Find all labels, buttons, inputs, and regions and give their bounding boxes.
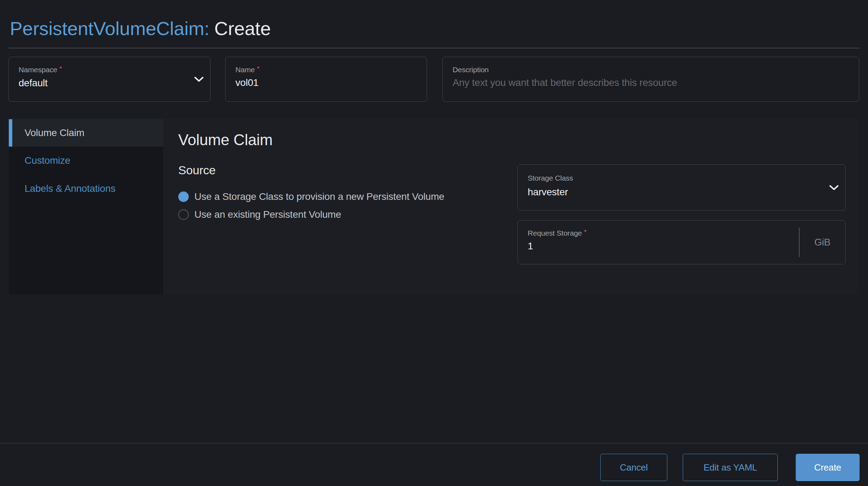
radio-option-storage-class[interactable]: Use a Storage Class to provision a new P… [178,191,445,202]
chevron-down-icon [194,76,204,82]
cancel-button[interactable]: Cancel [600,454,667,481]
chevron-down-icon [829,184,839,191]
required-asterisk: * [257,65,259,72]
radio-label: Use an existing Persistent Volume [194,209,341,220]
name-field: Name* [225,57,427,102]
page-title-action: Create [214,18,271,39]
request-storage-label: Request Storage* [528,229,587,237]
request-storage-input[interactable] [528,239,787,253]
storage-class-select[interactable]: Storage Class harvester [518,164,846,211]
radio-selected-icon [178,191,189,202]
required-asterisk: * [59,65,62,72]
request-storage-field: Request Storage* GiB [518,220,846,264]
page-title-resource: PersistentVolumeClaim: [10,18,209,39]
namespace-label: Namespace* [19,66,62,74]
tab-sidebar: Volume Claim Customize Labels & Annotati… [9,119,163,295]
page-title: PersistentVolumeClaim:Create [10,18,271,39]
create-button[interactable]: Create [796,454,860,481]
radio-unselected-icon [178,209,189,220]
footer-divider [0,443,868,444]
name-input[interactable] [235,76,411,89]
tab-label: Labels & Annotations [25,183,115,194]
create-pvc-page: PersistentVolumeClaim:Create Namespace* … [0,0,868,486]
namespace-select[interactable]: Namespace* default [8,57,211,102]
storage-class-value: harvester [528,187,568,198]
source-heading: Source [178,163,216,177]
required-asterisk: * [584,228,587,236]
description-input[interactable] [453,76,842,89]
radio-option-existing-pv[interactable]: Use an existing Persistent Volume [178,209,341,220]
edit-as-yaml-button[interactable]: Edit as YAML [683,454,778,481]
tab-volume-claim[interactable]: Volume Claim [9,119,163,147]
radio-label: Use a Storage Class to provision a new P… [194,191,445,202]
tab-labels-annotations[interactable]: Labels & Annotations [9,175,163,203]
description-field: Description [442,57,859,102]
description-label: Description [453,66,489,74]
unit-label: GiB [800,221,845,264]
tab-label: Customize [25,155,70,166]
header-divider [9,48,859,48]
namespace-value: default [19,77,48,89]
content-heading: Volume Claim [178,131,273,149]
name-label: Name* [235,66,259,74]
storage-class-label: Storage Class [528,174,573,182]
tab-label: Volume Claim [25,127,84,139]
tab-customize[interactable]: Customize [9,147,163,175]
